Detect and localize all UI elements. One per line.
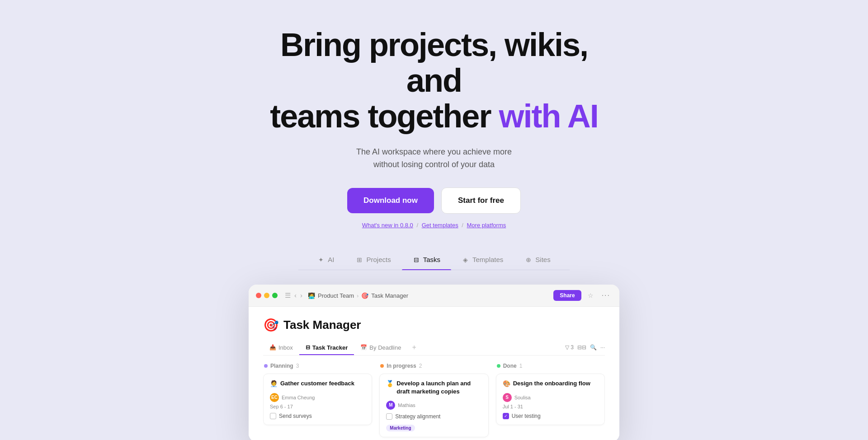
tab-ai-label: AI xyxy=(328,256,334,263)
card-date-onboarding: Jul 1 - 31 xyxy=(503,404,598,409)
filter-icon[interactable]: ▽ 3 xyxy=(565,344,574,351)
planning-label: Planning xyxy=(270,363,293,369)
avatar-mathias: M xyxy=(386,401,395,410)
start-for-free-button[interactable]: Start for free xyxy=(441,187,521,214)
breadcrumb-separator: › xyxy=(357,292,359,299)
tab-templates-label: Templates xyxy=(472,256,503,263)
card-meta-gather: EC Emma Cheung xyxy=(270,393,365,402)
group-icon[interactable]: ⊟⊟ xyxy=(577,344,586,351)
tab-projects-label: Projects xyxy=(366,256,391,263)
card-emoji-launch: 🥇 xyxy=(386,379,394,389)
done-label: Done xyxy=(503,363,517,369)
star-icon[interactable]: ☆ xyxy=(586,291,595,300)
more-options-icon[interactable]: ··· xyxy=(600,290,612,300)
column-inprogress-header: In progress 2 xyxy=(379,363,488,369)
ai-icon: ✦ xyxy=(317,256,325,263)
cta-row: Download now Start for free xyxy=(267,187,601,214)
tab-tasks[interactable]: ⊟ Tasks xyxy=(402,250,451,270)
tab-sites[interactable]: ⊕ Sites xyxy=(514,250,561,270)
avatar-emma: EC xyxy=(270,393,279,402)
subtask-testing: ✓ User testing xyxy=(503,413,598,419)
view-tab-inbox[interactable]: 📥 Inbox xyxy=(263,341,299,355)
column-done-header: Done 1 xyxy=(496,363,605,369)
tag-marketing: Marketing xyxy=(386,425,415,431)
title-bar-nav: ☰ ‹ › xyxy=(285,291,302,300)
tab-projects[interactable]: ⊞ Projects xyxy=(345,250,401,270)
app-content: 🎯 Task Manager 📥 Inbox ⊟ Task Tracker 📅 xyxy=(249,307,619,440)
tab-ai[interactable]: ✦ AI xyxy=(307,250,345,270)
view-tab-by-deadline-label: By Deadline xyxy=(369,344,401,351)
card-title-onboarding: 🎨 Design the onboarding flow xyxy=(503,379,598,389)
whats-new-link[interactable]: What's new in 0.8.0 xyxy=(362,222,413,229)
tab-navigation: ✦ AI ⊞ Projects ⊟ Tasks ◈ Templates ⊕ Si… xyxy=(298,250,570,270)
inprogress-label: In progress xyxy=(387,363,416,369)
breadcrumb-page-emoji: 🎯 xyxy=(361,292,368,299)
traffic-light-yellow[interactable] xyxy=(264,293,269,298)
card-onboarding: 🎨 Design the onboarding flow S Soulisa J… xyxy=(496,374,605,425)
card-tag-row: Marketing xyxy=(386,423,481,431)
inprogress-dot xyxy=(380,364,384,368)
card-launch-plan: 🥇 Develop a launch plan and draft market… xyxy=(379,374,488,437)
hero-subtitle: The AI workspace where you achieve more … xyxy=(267,145,601,172)
checkbox-testing[interactable]: ✓ xyxy=(503,413,509,419)
done-count: 1 xyxy=(519,363,523,369)
breadcrumb: 🧑‍💻 Product Team › 🎯 Task Manager xyxy=(308,292,548,299)
checkbox-surveys[interactable] xyxy=(270,413,276,419)
view-tab-task-tracker-label: Task Tracker xyxy=(312,344,348,351)
subtask-strategy: Strategy alignment xyxy=(386,413,481,420)
task-tracker-icon: ⊟ xyxy=(306,344,310,351)
title-bar-actions: Share ☆ ··· xyxy=(553,290,612,301)
card-meta-onboarding: S Soulisa xyxy=(503,393,598,402)
forward-icon[interactable]: › xyxy=(300,291,302,300)
app-window: ☰ ‹ › 🧑‍💻 Product Team › 🎯 Task Manager … xyxy=(249,285,619,440)
breadcrumb-page[interactable]: Task Manager xyxy=(371,292,408,299)
add-view-button[interactable]: + xyxy=(407,340,420,355)
hero-title-accent: with AI xyxy=(499,98,598,134)
sites-icon: ⊕ xyxy=(525,256,532,263)
view-tab-task-tracker[interactable]: ⊟ Task Tracker xyxy=(299,341,354,355)
more-icon[interactable]: ··· xyxy=(600,344,605,351)
more-platforms-link[interactable]: More platforms xyxy=(467,222,506,229)
workspace-emoji: 🧑‍💻 xyxy=(308,292,315,299)
download-now-button[interactable]: Download now xyxy=(347,188,434,213)
kanban-board: Planning 3 🧑‍💼 Gather customer feedback … xyxy=(263,356,605,440)
date-gather: Emma Cheung xyxy=(282,395,315,400)
search-icon[interactable]: 🔍 xyxy=(590,344,597,351)
column-done: Done 1 🎨 Design the onboarding flow S So… xyxy=(496,363,605,440)
checkbox-strategy[interactable] xyxy=(386,413,392,420)
hero-title: Bring projects, wikis, and teams togethe… xyxy=(267,27,601,135)
view-tab-by-deadline[interactable]: 📅 By Deadline xyxy=(354,341,407,355)
get-templates-link[interactable]: Get templates xyxy=(422,222,458,229)
view-toolbar-right: ▽ 3 ⊟⊟ 🔍 ··· xyxy=(565,344,605,351)
card-title-launch: 🥇 Develop a launch plan and draft market… xyxy=(386,379,481,396)
sub-links: What's new in 0.8.0 / Get templates / Mo… xyxy=(267,222,601,229)
planning-dot xyxy=(264,364,268,368)
task-title-row: 🎯 Task Manager xyxy=(263,318,605,332)
tab-templates[interactable]: ◈ Templates xyxy=(451,250,514,270)
title-bar: ☰ ‹ › 🧑‍💻 Product Team › 🎯 Task Manager … xyxy=(249,285,619,307)
hamburger-icon[interactable]: ☰ xyxy=(285,291,291,300)
column-planning: Planning 3 🧑‍💼 Gather customer feedback … xyxy=(263,363,372,440)
card-date-gather: Sep 6 - 17 xyxy=(270,404,365,409)
tab-tasks-label: Tasks xyxy=(423,256,440,263)
share-button[interactable]: Share xyxy=(553,290,581,301)
task-page-title: Task Manager xyxy=(283,318,361,332)
hero-title-line1: Bring projects, wikis, and xyxy=(280,27,588,98)
traffic-light-red[interactable] xyxy=(256,293,261,298)
back-icon[interactable]: ‹ xyxy=(294,291,297,300)
inprogress-count: 2 xyxy=(419,363,422,369)
card-emoji-gather: 🧑‍💼 xyxy=(270,379,278,389)
view-tab-inbox-label: Inbox xyxy=(278,344,293,351)
subtask-surveys: Send surveys xyxy=(270,413,365,419)
traffic-lights xyxy=(256,293,278,298)
hero-section: Bring projects, wikis, and teams togethe… xyxy=(258,27,610,229)
templates-icon: ◈ xyxy=(462,256,469,263)
view-tabs: 📥 Inbox ⊟ Task Tracker 📅 By Deadline + ▽… xyxy=(263,340,605,356)
column-planning-header: Planning 3 xyxy=(263,363,372,369)
traffic-light-green[interactable] xyxy=(272,293,278,298)
breadcrumb-workspace[interactable]: Product Team xyxy=(318,292,354,299)
task-page-icon: 🎯 xyxy=(263,318,279,332)
card-title-gather: 🧑‍💼 Gather customer feedback xyxy=(270,379,365,389)
hero-title-line2: teams together xyxy=(270,98,499,134)
tab-sites-label: Sites xyxy=(535,256,550,263)
